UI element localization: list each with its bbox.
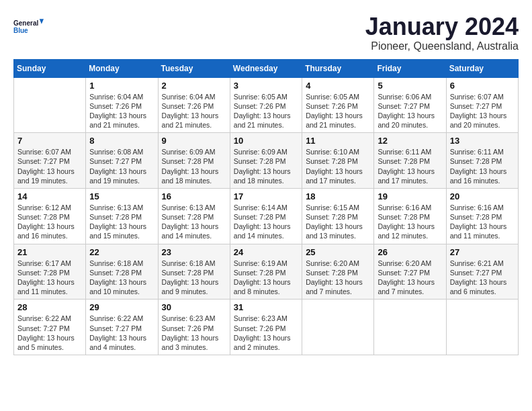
day-number: 13 <box>450 136 515 146</box>
header: General Blue January 2024 Pioneer, Queen… <box>13 13 519 52</box>
day-info: Sunrise: 6:22 AM Sunset: 7:27 PM Dayligh… <box>89 314 154 352</box>
day-cell: 7Sunrise: 6:07 AM Sunset: 7:27 PM Daylig… <box>14 133 86 189</box>
day-cell: 2Sunrise: 6:04 AM Sunset: 7:26 PM Daylig… <box>158 77 230 133</box>
day-cell: 21Sunrise: 6:17 AM Sunset: 7:28 PM Dayli… <box>14 244 86 300</box>
day-info: Sunrise: 6:21 AM Sunset: 7:27 PM Dayligh… <box>450 259 515 297</box>
day-cell: 5Sunrise: 6:06 AM Sunset: 7:27 PM Daylig… <box>374 77 446 133</box>
day-cell: 24Sunrise: 6:19 AM Sunset: 7:28 PM Dayli… <box>230 244 302 300</box>
weekday-header-tuesday: Tuesday <box>158 59 230 77</box>
day-cell: 14Sunrise: 6:12 AM Sunset: 7:28 PM Dayli… <box>14 188 86 244</box>
day-cell: 25Sunrise: 6:20 AM Sunset: 7:28 PM Dayli… <box>302 244 374 300</box>
day-number: 23 <box>162 247 226 257</box>
day-cell: 3Sunrise: 6:05 AM Sunset: 7:26 PM Daylig… <box>230 77 302 133</box>
day-cell: 11Sunrise: 6:10 AM Sunset: 7:28 PM Dayli… <box>302 133 374 189</box>
day-cell: 4Sunrise: 6:05 AM Sunset: 7:26 PM Daylig… <box>302 77 374 133</box>
day-info: Sunrise: 6:23 AM Sunset: 7:26 PM Dayligh… <box>162 314 226 352</box>
day-number: 5 <box>378 81 442 91</box>
logo: General Blue <box>13 13 47 40</box>
day-cell <box>374 300 446 355</box>
weekday-header-wednesday: Wednesday <box>230 59 302 77</box>
day-number: 11 <box>306 136 370 146</box>
day-number: 26 <box>378 247 442 257</box>
day-cell: 26Sunrise: 6:20 AM Sunset: 7:27 PM Dayli… <box>374 244 446 300</box>
day-cell: 13Sunrise: 6:11 AM Sunset: 7:28 PM Dayli… <box>446 133 518 189</box>
day-info: Sunrise: 6:09 AM Sunset: 7:28 PM Dayligh… <box>162 147 226 185</box>
day-info: Sunrise: 6:09 AM Sunset: 7:28 PM Dayligh… <box>234 147 298 185</box>
week-row-4: 21Sunrise: 6:17 AM Sunset: 7:28 PM Dayli… <box>14 244 519 300</box>
day-number: 6 <box>450 81 515 91</box>
day-number: 1 <box>89 81 154 91</box>
day-cell <box>302 300 374 355</box>
day-number: 3 <box>234 81 298 91</box>
day-cell: 17Sunrise: 6:14 AM Sunset: 7:28 PM Dayli… <box>230 188 302 244</box>
weekday-header-monday: Monday <box>86 59 158 77</box>
day-number: 29 <box>89 302 154 312</box>
month-title: January 2024 <box>365 13 519 40</box>
day-info: Sunrise: 6:12 AM Sunset: 7:28 PM Dayligh… <box>17 203 82 241</box>
day-info: Sunrise: 6:16 AM Sunset: 7:28 PM Dayligh… <box>378 203 442 241</box>
day-number: 28 <box>17 302 82 312</box>
day-number: 18 <box>306 191 370 201</box>
day-number: 8 <box>89 136 154 146</box>
day-info: Sunrise: 6:05 AM Sunset: 7:26 PM Dayligh… <box>306 92 370 130</box>
day-cell: 15Sunrise: 6:13 AM Sunset: 7:28 PM Dayli… <box>86 188 158 244</box>
day-info: Sunrise: 6:15 AM Sunset: 7:28 PM Dayligh… <box>306 203 370 241</box>
weekday-header-sunday: Sunday <box>14 59 86 77</box>
day-cell: 18Sunrise: 6:15 AM Sunset: 7:28 PM Dayli… <box>302 188 374 244</box>
weekday-header-friday: Friday <box>374 59 446 77</box>
day-info: Sunrise: 6:06 AM Sunset: 7:27 PM Dayligh… <box>378 92 442 130</box>
week-row-3: 14Sunrise: 6:12 AM Sunset: 7:28 PM Dayli… <box>14 188 519 244</box>
weekday-header-row: SundayMondayTuesdayWednesdayThursdayFrid… <box>14 59 519 77</box>
day-info: Sunrise: 6:10 AM Sunset: 7:28 PM Dayligh… <box>306 147 370 185</box>
day-number: 27 <box>450 247 515 257</box>
day-number: 12 <box>378 136 442 146</box>
day-number: 22 <box>89 247 154 257</box>
day-info: Sunrise: 6:05 AM Sunset: 7:26 PM Dayligh… <box>234 92 298 130</box>
day-cell: 10Sunrise: 6:09 AM Sunset: 7:28 PM Dayli… <box>230 133 302 189</box>
day-info: Sunrise: 6:07 AM Sunset: 7:27 PM Dayligh… <box>17 147 82 185</box>
day-number: 20 <box>450 191 515 201</box>
day-number: 7 <box>17 136 82 146</box>
day-number: 19 <box>378 191 442 201</box>
week-row-5: 28Sunrise: 6:22 AM Sunset: 7:27 PM Dayli… <box>14 300 519 355</box>
day-info: Sunrise: 6:20 AM Sunset: 7:28 PM Dayligh… <box>306 259 370 297</box>
day-info: Sunrise: 6:18 AM Sunset: 7:28 PM Dayligh… <box>89 259 154 297</box>
day-cell: 1Sunrise: 6:04 AM Sunset: 7:26 PM Daylig… <box>86 77 158 133</box>
day-cell: 31Sunrise: 6:23 AM Sunset: 7:26 PM Dayli… <box>230 300 302 355</box>
day-cell: 30Sunrise: 6:23 AM Sunset: 7:26 PM Dayli… <box>158 300 230 355</box>
location-title: Pioneer, Queensland, Australia <box>365 40 519 52</box>
logo-svg: General Blue <box>13 13 47 40</box>
day-number: 9 <box>162 136 226 146</box>
day-info: Sunrise: 6:08 AM Sunset: 7:27 PM Dayligh… <box>89 147 154 185</box>
day-number: 16 <box>162 191 226 201</box>
day-info: Sunrise: 6:17 AM Sunset: 7:28 PM Dayligh… <box>17 259 82 297</box>
day-number: 24 <box>234 247 298 257</box>
day-number: 2 <box>162 81 226 91</box>
day-info: Sunrise: 6:13 AM Sunset: 7:28 PM Dayligh… <box>89 203 154 241</box>
day-number: 10 <box>234 136 298 146</box>
day-cell <box>446 300 518 355</box>
day-cell: 29Sunrise: 6:22 AM Sunset: 7:27 PM Dayli… <box>86 300 158 355</box>
week-row-1: 1Sunrise: 6:04 AM Sunset: 7:26 PM Daylig… <box>14 77 519 133</box>
day-cell: 16Sunrise: 6:13 AM Sunset: 7:28 PM Dayli… <box>158 188 230 244</box>
day-info: Sunrise: 6:23 AM Sunset: 7:26 PM Dayligh… <box>234 314 298 352</box>
weekday-header-thursday: Thursday <box>302 59 374 77</box>
day-number: 4 <box>306 81 370 91</box>
day-number: 25 <box>306 247 370 257</box>
day-info: Sunrise: 6:20 AM Sunset: 7:27 PM Dayligh… <box>378 259 442 297</box>
day-cell: 22Sunrise: 6:18 AM Sunset: 7:28 PM Dayli… <box>86 244 158 300</box>
week-row-2: 7Sunrise: 6:07 AM Sunset: 7:27 PM Daylig… <box>14 133 519 189</box>
svg-marker-2 <box>40 19 44 24</box>
day-info: Sunrise: 6:07 AM Sunset: 7:27 PM Dayligh… <box>450 92 515 130</box>
day-info: Sunrise: 6:22 AM Sunset: 7:27 PM Dayligh… <box>17 314 82 352</box>
day-info: Sunrise: 6:18 AM Sunset: 7:28 PM Dayligh… <box>162 259 226 297</box>
calendar-table: SundayMondayTuesdayWednesdayThursdayFrid… <box>13 59 519 355</box>
day-cell: 12Sunrise: 6:11 AM Sunset: 7:28 PM Dayli… <box>374 133 446 189</box>
day-cell <box>14 77 86 133</box>
day-cell: 28Sunrise: 6:22 AM Sunset: 7:27 PM Dayli… <box>14 300 86 355</box>
weekday-header-saturday: Saturday <box>446 59 518 77</box>
day-number: 31 <box>234 302 298 312</box>
day-number: 15 <box>89 191 154 201</box>
day-cell: 23Sunrise: 6:18 AM Sunset: 7:28 PM Dayli… <box>158 244 230 300</box>
day-info: Sunrise: 6:19 AM Sunset: 7:28 PM Dayligh… <box>234 259 298 297</box>
